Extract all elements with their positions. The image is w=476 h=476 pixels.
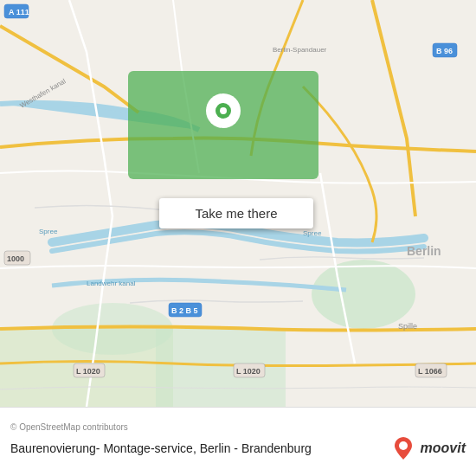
svg-text:B 2 B 5: B 2 B 5	[171, 306, 198, 315]
svg-text:L 1020: L 1020	[76, 367, 100, 376]
destination-text: Baurenovierung- Montage-service, Berlin …	[10, 441, 393, 455]
destination-info: Baurenovierung- Montage-service, Berlin …	[10, 435, 466, 461]
svg-text:A 111: A 111	[9, 8, 29, 16]
svg-point-1	[312, 260, 415, 329]
take-me-there-button[interactable]: Take me there	[159, 198, 313, 228]
svg-text:Landwehr kanal: Landwehr kanal	[87, 280, 136, 287]
svg-text:Spree: Spree	[303, 229, 322, 237]
moovit-brand-text: moovit	[421, 441, 466, 456]
bottom-bar: © OpenStreetMap contributors Baurenovier…	[0, 407, 476, 476]
svg-text:L 1066: L 1066	[418, 367, 442, 376]
svg-rect-3	[156, 329, 286, 407]
svg-text:L 1020: L 1020	[236, 367, 261, 376]
svg-text:Spille: Spille	[398, 322, 417, 331]
svg-point-31	[399, 441, 408, 450]
attribution: © OpenStreetMap contributors	[10, 422, 466, 432]
svg-text:Spree: Spree	[39, 228, 58, 235]
moovit-logo-icon	[393, 435, 414, 461]
svg-text:Berlin: Berlin	[407, 244, 441, 258]
svg-text:B 96: B 96	[436, 47, 453, 55]
moovit-logo: moovit	[393, 435, 466, 461]
map-container: A 111 B 96 1000 B 2 B 5 L 1020 L 1020 L …	[0, 0, 476, 407]
svg-point-29	[220, 107, 227, 114]
svg-text:1000: 1000	[7, 254, 24, 263]
svg-text:Berlin-Spandauer: Berlin-Spandauer	[273, 46, 327, 54]
